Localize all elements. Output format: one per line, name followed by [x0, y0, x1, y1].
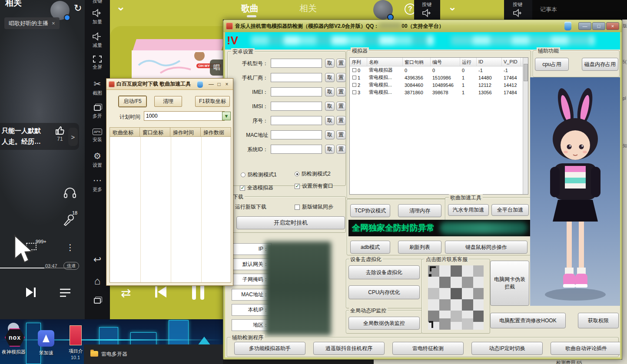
refresh-icon[interactable]: ↻: [74, 3, 82, 14]
desktop-icon-accelerator[interactable]: [38, 330, 54, 347]
adb-mode-button[interactable]: adb模式: [350, 241, 390, 254]
set-button[interactable]: 置: [336, 59, 346, 68]
emulator-listview[interactable]: 序列 名称 窗口句柄 编号 运行 ID V_PID 0雷电模拟器000-1-11…: [349, 57, 528, 195]
start-f5-button[interactable]: 启动/F5: [119, 96, 146, 107]
dropdown-arrow-button[interactable]: ▼: [222, 112, 231, 120]
auto-comment-plugin-button[interactable]: 歌曲自动评论插件: [551, 342, 620, 355]
nav-recents-icon[interactable]: [85, 296, 110, 303]
toolbar-item-fullscreen[interactable]: 全屏: [85, 56, 110, 70]
all-platform-accel-button[interactable]: 全平台加速: [491, 204, 529, 216]
coords-table-header[interactable]: 歌曲坐标 窗口坐标 操作时间 操作数据: [109, 127, 231, 137]
row-checkbox[interactable]: [352, 76, 356, 79]
chevron-down-icon[interactable]: ⌄: [448, 1, 457, 13]
close-button[interactable]: ×: [606, 22, 619, 30]
speed-button[interactable]: 倍速: [63, 262, 79, 270]
set-button[interactable]: 置: [336, 87, 346, 96]
avatar[interactable]: [373, 0, 393, 20]
tab-related[interactable]: 相关: [299, 3, 317, 14]
desktop-icon-project[interactable]: [70, 325, 82, 345]
maximize-button[interactable]: □: [592, 22, 605, 30]
chevron-down-icon[interactable]: ⌄: [116, 0, 126, 13]
nic-mask-button[interactable]: 电脑网卡伪装拦截: [490, 261, 529, 306]
clear-button[interactable]: 清理: [154, 96, 182, 107]
set-button[interactable]: 置: [336, 145, 346, 154]
checkbox-set-all-windows[interactable]: 设置所有窗口: [295, 182, 333, 190]
toolbar-item-volume-up[interactable]: 加量: [85, 9, 110, 25]
headphones-icon[interactable]: [63, 187, 76, 199]
cpu-usage-button[interactable]: cpu占用: [535, 58, 569, 71]
radio-antidetect-1[interactable]: 防检测模式1: [241, 171, 277, 179]
field-input[interactable]: [271, 73, 322, 82]
memu-douyin-bot-button[interactable]: 逍遥版抖音挂机程序: [313, 342, 385, 355]
toolbar-item-volume-down[interactable]: 减量: [85, 32, 110, 49]
ld-multi-opener-bar[interactable]: 雷电多开器: [84, 344, 223, 364]
f1-get-coords-button[interactable]: F1获取坐标: [195, 96, 230, 107]
anchor-tag[interactable]: 唱歌好听的主播 ×: [4, 17, 60, 29]
set-button[interactable]: 置: [336, 73, 346, 82]
desktop-icon-project-label[interactable]: 项目介: [69, 348, 83, 354]
radio-antidetect-2[interactable]: 防检测模式2: [295, 170, 331, 178]
row-checkbox[interactable]: [352, 68, 356, 72]
volume-up-icon[interactable]: [513, 9, 523, 17]
karaoke-mic-icon[interactable]: 18: [63, 214, 76, 227]
volume-up-icon[interactable]: [422, 9, 432, 17]
get-button[interactable]: 取: [325, 145, 335, 154]
tab-related[interactable]: 相关: [5, 0, 22, 9]
dynamic-ip-switch-button[interactable]: 动态IP定时切换: [471, 342, 543, 355]
refresh-list-button[interactable]: 刷新列表: [398, 241, 441, 254]
progress-bar[interactable]: [0, 268, 72, 268]
remove-devirtualize-button[interactable]: 去除设备虚拟化: [348, 265, 420, 279]
album-art[interactable]: OH MY GIRL: [132, 39, 223, 79]
qr-code-image[interactable]: [428, 265, 484, 330]
main-window-titlebar[interactable]: 音乐人挂机雷电模拟器防检测（模拟器内部V2.0合并版）QQ：00（支持全平台） …: [223, 20, 622, 32]
listview-header[interactable]: 序列 名称 窗口句柄 编号 运行 ID V_PID: [350, 58, 528, 66]
table-row[interactable]: 1雷电模拟...4396356151098611448017464: [350, 74, 528, 81]
cpu-mem-optimize-button[interactable]: CPU内存优化: [348, 285, 420, 299]
more-options-icon[interactable]: ⋮: [66, 242, 74, 252]
video-player[interactable]: 相关 ↻ 唱歌好听的主播 × 只能一人默默 人走。经历… 71 > 18 999…: [0, 0, 85, 319]
global-data-monitor-button[interactable]: 全局数据伪装监控: [348, 317, 420, 330]
table-row[interactable]: 3雷电模拟...387186039867811305617484: [350, 89, 528, 96]
maximize-button[interactable]: □: [215, 81, 223, 87]
notepad-window[interactable]: 记事本: [532, 0, 627, 20]
get-button[interactable]: 取: [325, 130, 335, 139]
get-button[interactable]: 取: [325, 102, 335, 111]
tag-close-icon[interactable]: ×: [52, 20, 55, 26]
tcp-mode-button[interactable]: TCP协议模式: [350, 204, 390, 217]
cup-icon[interactable]: [564, 22, 571, 30]
ld-feature-detect-button[interactable]: 雷电特征检测: [392, 342, 464, 355]
tab-song[interactable]: 歌曲: [241, 3, 259, 14]
clean-memory-button[interactable]: 清理内存: [398, 204, 441, 217]
checkbox-select-all-emulators[interactable]: 全选模拟器: [240, 184, 273, 192]
scrollbar[interactable]: [523, 58, 528, 194]
get-button[interactable]: 取: [325, 73, 335, 82]
checkbox-run-new-download[interactable]: 运行新版下载: [228, 203, 266, 211]
start-timer-button[interactable]: 开启定时挂机: [236, 216, 345, 229]
like-button[interactable]: 71: [55, 126, 65, 142]
soda-accel-button[interactable]: 汽水专用加速: [448, 204, 489, 216]
checkbox-new-kbmouse-sync[interactable]: 新版键鼠同步: [295, 203, 333, 211]
field-input[interactable]: [271, 130, 322, 139]
get-button[interactable]: 取: [325, 87, 335, 96]
playlist-icon[interactable]: [59, 288, 71, 298]
minimize-button[interactable]: —: [207, 81, 215, 87]
minimize-button[interactable]: —: [578, 22, 591, 30]
multi-emulator-helper-button[interactable]: 多功能模拟器助手: [234, 342, 305, 355]
table-row[interactable]: 2雷电模拟...30844601048954611211214412: [350, 81, 528, 89]
tool-window-titlebar[interactable]: 白百互娱定时下载 歌曲加速工具 — □ ×: [106, 79, 233, 90]
pause-icon[interactable]: [190, 283, 206, 301]
row-checkbox[interactable]: [352, 90, 356, 94]
plan-time-input[interactable]: 1000: [144, 111, 225, 121]
row-checkbox[interactable]: [352, 83, 356, 87]
field-input[interactable]: [271, 102, 322, 111]
get-button[interactable]: 取: [325, 116, 335, 125]
shuffle-icon[interactable]: ⇄: [121, 286, 131, 300]
toolbar-item-keymap[interactable]: 按键: [513, 1, 522, 8]
expand-chevron[interactable]: >: [68, 128, 78, 146]
field-input[interactable]: [271, 59, 322, 68]
field-input[interactable]: [271, 145, 322, 154]
previous-track-icon[interactable]: [153, 285, 168, 299]
get-permission-button[interactable]: 获取权限: [578, 313, 619, 328]
toolbar-item-keymap[interactable]: 按键: [422, 1, 431, 8]
desktop-icon-nox-label[interactable]: 夜神模拟器: [2, 349, 26, 355]
